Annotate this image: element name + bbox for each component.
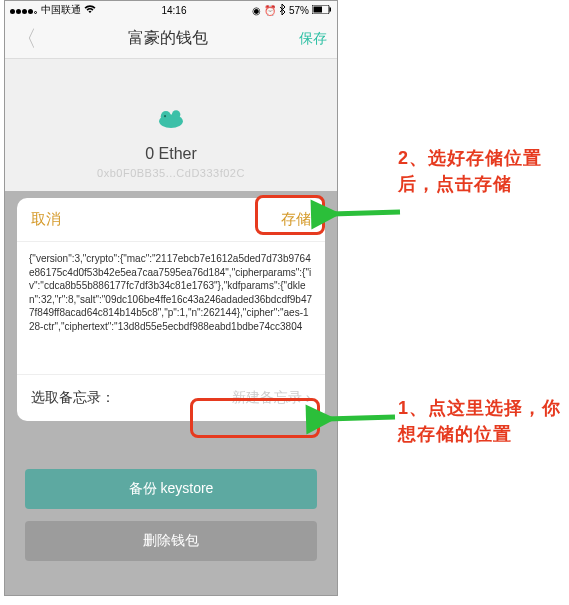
svg-rect-1	[313, 6, 322, 12]
clock-label: 14:16	[161, 5, 186, 16]
memo-row[interactable]: 选取备忘录： 新建备忘录 ›	[17, 374, 325, 421]
svg-line-7	[331, 212, 400, 214]
annotation-2: 2、选好存储位置后，点击存储	[398, 145, 569, 197]
delete-wallet-button[interactable]: 删除钱包	[25, 521, 317, 561]
wifi-icon	[84, 5, 96, 16]
signal-dots-icon	[10, 5, 38, 16]
chevron-right-icon: ›	[306, 389, 311, 407]
svg-point-5	[172, 110, 181, 119]
wallet-avatar-icon	[153, 99, 189, 135]
wallet-summary: 0 Ether 0xb0F0BB35...CdD333f02C	[5, 59, 337, 179]
alarm-icon: ⏰	[264, 5, 276, 16]
svg-rect-2	[329, 7, 331, 11]
backup-keystore-button[interactable]: 备份 keystore	[25, 469, 317, 509]
balance-label: 0 Ether	[5, 145, 337, 163]
annotation-1: 1、点这里选择，你想存储的位置	[398, 395, 569, 447]
carrier-label: 中国联通	[41, 3, 81, 17]
screen-lock-icon: ◉	[252, 5, 261, 16]
address-label: 0xb0F0BB35...CdD333f02C	[5, 167, 337, 179]
export-sheet: 取消 存储 {"version":3,"crypto":{"mac":"2117…	[17, 198, 325, 421]
memo-label: 选取备忘录：	[31, 389, 115, 407]
battery-icon	[312, 5, 332, 16]
store-button[interactable]: 存储	[281, 210, 311, 229]
battery-label: 57%	[289, 5, 309, 16]
memo-value: 新建备忘录	[232, 389, 302, 407]
nav-bar: 〈 富豪的钱包 保存	[5, 19, 337, 59]
keystore-content: {"version":3,"crypto":{"mac":"2117ebcb7e…	[17, 242, 325, 374]
svg-point-6	[164, 115, 166, 117]
cancel-button[interactable]: 取消	[31, 210, 61, 229]
phone-frame: 中国联通 14:16 ◉ ⏰ 57% 〈 富豪的钱包 保存 0 Ether 0x…	[4, 0, 338, 596]
nav-save-button[interactable]: 保存	[299, 30, 327, 48]
page-title: 富豪的钱包	[128, 28, 208, 49]
bluetooth-icon	[279, 4, 286, 17]
status-bar: 中国联通 14:16 ◉ ⏰ 57%	[5, 1, 337, 19]
back-icon[interactable]: 〈	[15, 24, 37, 54]
